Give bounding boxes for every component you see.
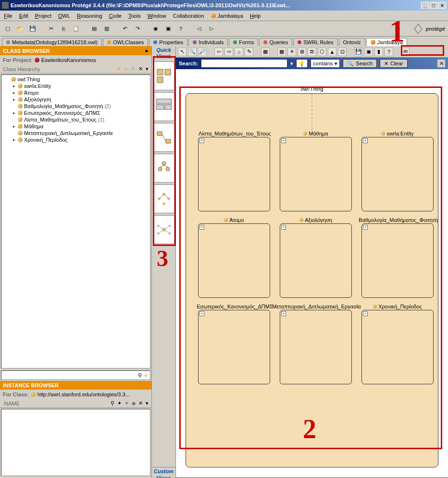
class-node[interactable]: Βαθμολογία_Μαθήματος_Φοιτητή+ <box>361 223 434 298</box>
class-node[interactable]: Αξιολόγηση+ <box>280 223 352 298</box>
layout3-icon[interactable]: ⊞ <box>298 48 306 56</box>
expand-arrow-icon[interactable]: ▸ <box>12 90 16 95</box>
expand-node-icon[interactable]: + <box>363 225 368 230</box>
archive2-icon[interactable]: ▥ <box>102 24 112 34</box>
forward-icon[interactable]: ⇨ <box>224 48 233 56</box>
film-icon[interactable]: ▮ <box>374 48 383 56</box>
menu-file[interactable]: File <box>4 13 12 19</box>
dropdown-icon[interactable]: ▾ <box>146 400 149 406</box>
menu-collaboration[interactable]: Collaboration <box>173 13 204 19</box>
expand-node-icon[interactable]: + <box>281 138 286 143</box>
expand-node-icon[interactable]: + <box>199 225 204 230</box>
collapse-icon[interactable]: ▸ <box>146 48 149 54</box>
quick-view-3[interactable] <box>153 123 174 152</box>
cut-icon[interactable]: ✂ <box>46 24 56 34</box>
layout6-icon[interactable]: ▲ <box>328 48 336 56</box>
class-search-input[interactable] <box>1 371 136 380</box>
menu-window[interactable]: Window <box>148 13 166 19</box>
clear-button[interactable]: ✕ Clear <box>380 59 407 68</box>
filter-icon[interactable]: ▦ <box>261 48 270 56</box>
search-icon[interactable]: ⚲ <box>138 372 142 379</box>
lightbulb-icon[interactable]: 💡 <box>296 59 308 68</box>
class-node[interactable]: Εσωτερικός_Κανονισμός_ΔΠΜΣ+ <box>198 310 270 384</box>
expand-node-icon[interactable]: + <box>363 311 368 316</box>
tool-icon[interactable]: ✦ <box>116 66 121 72</box>
delete-icon[interactable]: ✕ <box>138 66 143 72</box>
menu-help[interactable]: Help <box>250 13 261 19</box>
tab-forms[interactable]: Forms <box>229 38 258 46</box>
zoom-out-icon[interactable]: 🔎 <box>198 48 207 56</box>
tree-row[interactable]: ▸Άτομο <box>2 89 149 96</box>
archive-icon[interactable]: ▤ <box>89 24 99 34</box>
class-tree[interactable]: owl:Thing▸swrla:Entity▸Άτομο▸ΑξιολόγησηΒ… <box>1 74 150 368</box>
tab-ontoviz[interactable]: Ontoviz <box>339 38 365 46</box>
search-field[interactable] <box>201 59 287 68</box>
tab-metadata[interactable]: Metadata(Ontology1289416218.owl) <box>2 38 102 46</box>
expand-node-icon[interactable]: + <box>199 138 204 143</box>
expand-arrow-icon[interactable]: ▸ <box>12 124 16 129</box>
expand-arrow-icon[interactable]: ▸ <box>12 110 16 115</box>
tab-swrl[interactable]: SWRL Rules <box>293 38 338 46</box>
tool3-icon[interactable]: ? <box>176 24 186 34</box>
maximize-button[interactable]: □ <box>430 2 437 9</box>
tool-icon[interactable]: ◆ <box>132 400 136 406</box>
layout4-icon[interactable]: ⧉ <box>308 48 316 56</box>
layout1-icon[interactable]: ▦ <box>277 48 286 56</box>
expand-arrow-icon[interactable]: ▸ <box>12 84 16 88</box>
search-dropdown-arrow[interactable]: ▾ <box>290 61 293 67</box>
instance-list[interactable] <box>1 409 150 476</box>
quick-view-4[interactable] <box>153 154 174 183</box>
zoom-in-icon[interactable]: 🔍 <box>188 48 197 56</box>
class-node[interactable]: Άτομο+ <box>198 223 270 298</box>
tool-icon[interactable]: ⚲ <box>111 400 114 406</box>
menu-code[interactable]: Code <box>109 13 122 19</box>
expand-node-icon[interactable]: + <box>199 311 204 316</box>
close-button[interactable]: × <box>438 2 446 9</box>
menu-reasoning[interactable]: Reasoning <box>77 13 102 19</box>
root-node-box[interactable]: Λίστα_Μαθημάτων_του_Έτους+Μάθημα+swrla:E… <box>186 93 438 467</box>
expand-arrow-icon[interactable]: ▸ <box>12 137 16 142</box>
tree-row[interactable]: ▸Εσωτερικός_Κανονισμός_ΔΠΜΣ <box>2 110 149 116</box>
search-button[interactable]: 🔍 Search <box>343 59 377 68</box>
tool-icon[interactable]: ✎ <box>245 48 253 56</box>
layout7-icon[interactable]: ⊡ <box>338 48 347 56</box>
undo-icon[interactable]: ↶ <box>120 24 130 34</box>
quick-view-6[interactable] <box>153 215 174 244</box>
menu-owl[interactable]: OWL <box>58 13 70 19</box>
class-node[interactable]: Μεταπτυχιακή_Διπλωματική_Εργασία+ <box>280 310 352 384</box>
tree-row[interactable]: ▸Μάθημα <box>2 123 149 130</box>
menu-jambalaya[interactable]: Jambalaya <box>211 13 243 19</box>
class-node[interactable]: Λίστα_Μαθημάτων_του_Έτους+ <box>198 137 270 211</box>
find-icon[interactable]: ⚹ <box>144 372 148 379</box>
tree-row[interactable]: ▸Χρονική_Περίοδος <box>2 136 149 143</box>
back-icon[interactable]: ⇦ <box>214 48 223 56</box>
tab-owlclasses[interactable]: OWLClasses <box>103 38 148 46</box>
delete-icon[interactable]: ✕ <box>138 400 143 406</box>
snapshot-icon[interactable]: ▣ <box>364 48 373 56</box>
menu-tools[interactable]: Tools <box>128 13 141 19</box>
menu-project[interactable]: Project <box>35 13 51 19</box>
tool-icon[interactable]: ☀ <box>131 66 136 72</box>
close-search-icon[interactable]: ✕ <box>437 60 445 67</box>
tree-row[interactable]: Μεταπτυχιακή_Διπλωματική_Εργασία <box>2 130 149 136</box>
tree-row[interactable]: owl:Thing <box>2 76 149 83</box>
expand-node-icon[interactable]: + <box>281 311 286 316</box>
quick-view-1[interactable] <box>153 61 174 90</box>
class-node[interactable]: swrla:Entity+ <box>361 137 434 211</box>
tool-icon[interactable]: ⚹ <box>124 66 128 72</box>
expand-node-icon[interactable]: + <box>363 138 368 143</box>
tool-icon[interactable]: ✦ <box>124 400 129 406</box>
class-node[interactable]: Μάθημα+ <box>280 137 352 211</box>
tree-row[interactable]: Βαθμολογία_Μαθήματος_Φοιτητή (2) <box>2 103 149 110</box>
search-mode-dropdown[interactable]: contains ▾ <box>311 59 340 68</box>
save-icon[interactable]: 💾 <box>354 48 363 56</box>
quick-view-5[interactable] <box>153 184 174 213</box>
expand-node-icon[interactable]: + <box>281 225 286 230</box>
save-icon[interactable]: 💾 <box>28 24 37 34</box>
tool-icon[interactable]: ✦ <box>117 400 122 406</box>
home-icon[interactable]: ⌂ <box>235 48 243 56</box>
tab-properties[interactable]: Properties <box>149 38 187 46</box>
quick-view-2[interactable] <box>153 92 174 121</box>
tree-row[interactable]: ▸Αξιολόγηση <box>2 96 149 103</box>
tab-individuals[interactable]: Individuals <box>188 38 228 46</box>
